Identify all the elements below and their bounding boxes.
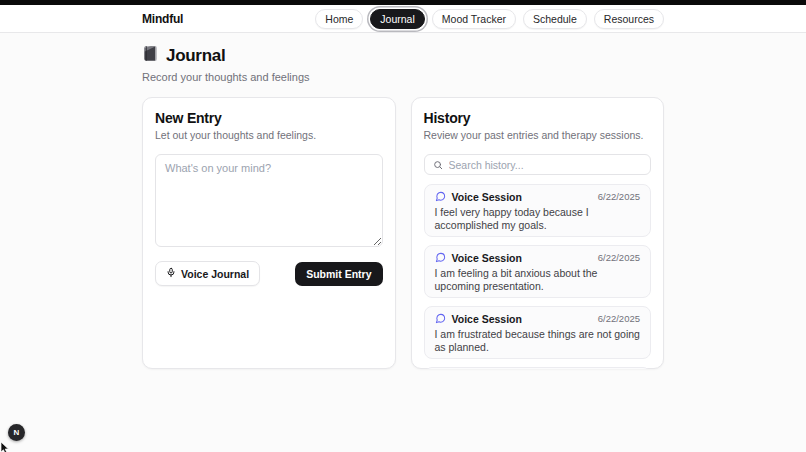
entry-date: 6/22/2025 — [598, 252, 640, 264]
voice-journal-label: Voice Journal — [181, 268, 249, 280]
history-entry[interactable]: Voice Session 6/22/2025 I am frustrated … — [424, 306, 652, 359]
new-entry-subtitle: Let out your thoughts and feelings. — [155, 129, 383, 142]
search-icon — [433, 156, 443, 174]
entry-title: Voice Session — [452, 252, 522, 264]
page-subtitle: Record your thoughts and feelings — [142, 71, 664, 83]
entry-title: Voice Session — [452, 313, 522, 325]
entry-text: I feel very happy today because I accomp… — [435, 206, 641, 232]
history-card: History Review your past entries and the… — [411, 97, 665, 369]
nav-item-journal[interactable]: Journal — [370, 9, 424, 29]
mouse-cursor — [0, 440, 11, 452]
history-title: History — [424, 110, 652, 126]
history-entry[interactable]: Voice Session 6/22/2025 I feel very happ… — [424, 184, 652, 237]
speech-bubble-icon — [435, 313, 446, 325]
brand-logo: Mindful — [142, 12, 183, 26]
history-search-input[interactable] — [449, 159, 643, 171]
nav-item-mood-tracker[interactable]: Mood Tracker — [432, 9, 516, 29]
app-header: Mindful Home Journal Mood Tracker Schedu… — [0, 5, 806, 33]
entry-text: I am feeling a bit anxious about the upc… — [435, 267, 641, 293]
submit-entry-button[interactable]: Submit Entry — [295, 262, 382, 286]
speech-bubble-icon — [435, 191, 446, 203]
history-subtitle: Review your past entries and therapy ses… — [424, 129, 652, 142]
notebook-icon — [142, 45, 159, 66]
page-title: Journal — [166, 46, 225, 66]
microphone-icon — [166, 267, 176, 280]
history-search-box[interactable] — [424, 154, 652, 175]
entry-text: I am frustrated because things are not g… — [435, 328, 641, 354]
entry-session-badge: Session: session-3 — [435, 358, 531, 359]
entry-session-badge: Session: session-1 — [435, 236, 531, 237]
history-entry[interactable]: Voice Session 6/22/2025 — [424, 367, 652, 369]
history-entries-list[interactable]: Voice Session 6/22/2025 I feel very happ… — [424, 184, 652, 369]
nav-item-schedule[interactable]: Schedule — [523, 9, 587, 29]
main-nav: Home Journal Mood Tracker Schedule Resou… — [315, 9, 664, 29]
dev-overlay-button[interactable]: N — [8, 424, 25, 441]
new-entry-card: New Entry Let out your thoughts and feel… — [142, 97, 396, 369]
nav-item-home[interactable]: Home — [315, 9, 363, 29]
entry-date: 6/22/2025 — [598, 313, 640, 325]
nav-item-resources[interactable]: Resources — [594, 9, 664, 29]
entry-date: 6/22/2025 — [598, 191, 640, 203]
main-content: Journal Record your thoughts and feeling… — [142, 33, 664, 369]
speech-bubble-icon — [435, 252, 446, 264]
new-entry-title: New Entry — [155, 110, 383, 126]
entry-title: Voice Session — [452, 191, 522, 203]
journal-entry-textarea[interactable] — [155, 154, 383, 247]
entry-session-badge: Session: session-2 — [435, 297, 531, 298]
voice-journal-button[interactable]: Voice Journal — [155, 261, 260, 286]
history-entry[interactable]: Voice Session 6/22/2025 I am feeling a b… — [424, 245, 652, 298]
